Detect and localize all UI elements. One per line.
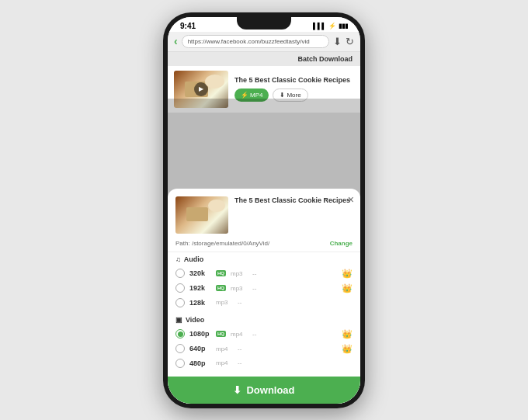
hq-badge-192k: HQ xyxy=(216,285,226,291)
audio-128k-row[interactable]: 128k mp3 -- xyxy=(175,296,353,310)
batch-label: Batch Download xyxy=(297,55,353,63)
quality-320k: 320k xyxy=(189,269,211,277)
browser-bar: ‹ https://www.facebook.com/buzzfeedtasty… xyxy=(168,32,360,52)
audio-320k-row[interactable]: 320k HQ mp3 -- 👑 xyxy=(175,266,353,281)
download-label: Download xyxy=(246,384,294,396)
download-icon[interactable]: ⬇ xyxy=(333,36,342,47)
dash-1080p: -- xyxy=(252,331,337,338)
quality-480p: 480p xyxy=(189,359,211,367)
hq-badge-1080p: HQ xyxy=(216,331,226,337)
crown-640p: 👑 xyxy=(342,344,353,354)
audio-section-header: ♫ Audio xyxy=(175,255,353,263)
type-192k: mp3 xyxy=(231,285,248,292)
audio-section: ♫ Audio 320k HQ mp3 -- 👑 xyxy=(168,252,360,313)
audio-192k-row[interactable]: 192k HQ mp3 -- 👑 xyxy=(175,281,353,296)
dash-640p: -- xyxy=(238,345,337,352)
type-320k: mp3 xyxy=(231,270,248,277)
radio-480p[interactable] xyxy=(175,359,185,368)
type-1080p: mp4 xyxy=(231,331,248,338)
type-640p: mp4 xyxy=(216,345,233,352)
modal-video-title: The 5 Best Classic Cookie Recipes xyxy=(234,196,353,206)
close-button[interactable]: × xyxy=(348,193,354,206)
back-button[interactable]: ‹ xyxy=(174,35,178,47)
refresh-icon[interactable]: ↻ xyxy=(346,36,354,47)
radio-inner-1080p xyxy=(178,331,183,337)
video-480p-row[interactable]: 480p mp4 -- xyxy=(175,356,353,370)
app-content: Batch Download ▶ The 5 Best Classic Cook… xyxy=(168,52,360,404)
format-modal: The 5 Best Classic Cookie Recipes × Path… xyxy=(168,189,360,404)
quality-640p: 640p xyxy=(189,345,211,352)
crown-1080p: 👑 xyxy=(342,329,353,339)
radio-640p[interactable] xyxy=(175,344,185,353)
phone-notch xyxy=(237,17,291,30)
hq-badge-320k: HQ xyxy=(216,270,226,276)
video-640p-row[interactable]: 640p mp4 -- 👑 xyxy=(175,342,353,356)
quality-192k: 192k xyxy=(189,284,211,292)
crown-192k: 👑 xyxy=(342,283,353,293)
modal-overlay: The 5 Best Classic Cookie Recipes × Path… xyxy=(168,99,360,404)
path-row: Path: /storage/emulated/0/AnyVid/ Change xyxy=(168,238,360,252)
video-section-header: ▣ Video xyxy=(175,316,353,324)
type-480p: mp4 xyxy=(216,359,233,366)
dash-192k: -- xyxy=(252,285,337,292)
phone-screen: 9:41 ▌▌▌ ⚡ ▮▮▮ ‹ https://www.facebook.co… xyxy=(168,17,360,404)
dash-320k: -- xyxy=(252,270,337,277)
music-icon: ♫ xyxy=(175,255,181,263)
dash-480p: -- xyxy=(238,359,353,366)
crown-320k: 👑 xyxy=(342,269,353,279)
radio-1080p[interactable] xyxy=(175,329,185,338)
status-icons: ▌▌▌ ⚡ ▮▮▮ xyxy=(313,23,348,30)
modal-thumbnail xyxy=(175,196,228,234)
play-button[interactable]: ▶ xyxy=(194,82,208,96)
video-section: ▣ Video 1080p HQ mp4 -- 👑 xyxy=(168,313,360,373)
phone-frame: 9:41 ▌▌▌ ⚡ ▮▮▮ ‹ https://www.facebook.co… xyxy=(163,12,365,408)
modal-header: The 5 Best Classic Cookie Recipes × xyxy=(168,189,360,238)
path-text: Path: /storage/emulated/0/AnyVid/ xyxy=(175,240,269,247)
video-icon: ▣ xyxy=(175,316,182,324)
download-icon: ⬇ xyxy=(233,384,241,396)
type-128k: mp3 xyxy=(216,299,233,306)
radio-320k[interactable] xyxy=(175,269,185,278)
video-1080p-row[interactable]: 1080p HQ mp4 -- 👑 xyxy=(175,327,353,342)
change-path-button[interactable]: Change xyxy=(330,240,353,247)
dash-128k: -- xyxy=(238,299,353,306)
batch-bar: Batch Download xyxy=(168,52,360,66)
wifi-icon: ⚡ xyxy=(328,23,336,30)
radio-128k[interactable] xyxy=(175,298,185,307)
quality-1080p: 1080p xyxy=(189,330,211,338)
url-bar[interactable]: https://www.facebook.com/buzzfeedtasty/v… xyxy=(182,35,329,48)
battery-icon: ▮▮▮ xyxy=(339,23,348,30)
download-button[interactable]: ⬇ Download xyxy=(168,377,360,404)
radio-192k[interactable] xyxy=(175,283,185,293)
status-time: 9:41 xyxy=(180,22,196,30)
signal-icon: ▌▌▌ xyxy=(313,23,326,30)
quality-128k: 128k xyxy=(189,299,211,307)
video-title: The 5 Best Classic Cookie Recipes xyxy=(234,76,354,85)
